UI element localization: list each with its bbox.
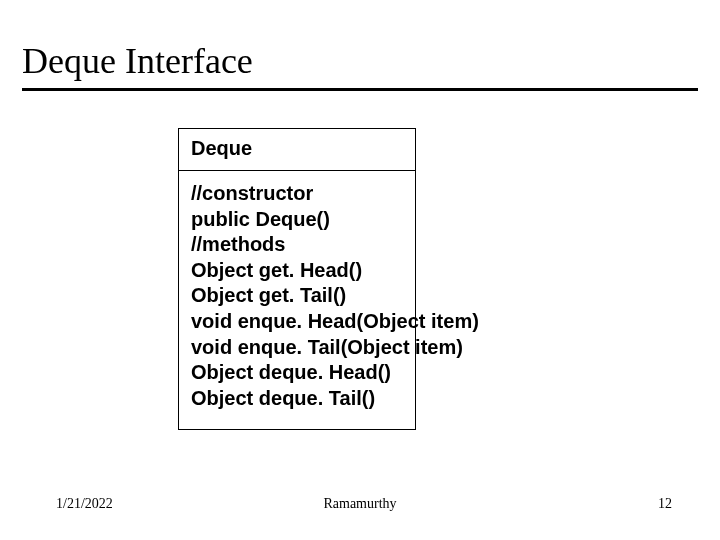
class-name: Deque (179, 129, 415, 171)
code-line: public Deque() (191, 207, 403, 233)
page-title: Deque Interface (22, 42, 698, 82)
title-block: Deque Interface (22, 42, 698, 91)
code-line: //methods (191, 232, 403, 258)
title-underline (22, 88, 698, 91)
footer-author: Ramamurthy (0, 496, 720, 512)
code-line: Object deque. Tail() (191, 386, 403, 412)
code-line: Object get. Head() (191, 258, 403, 284)
slide: Deque Interface Deque //constructor publ… (0, 0, 720, 540)
code-line: Object get. Tail() (191, 283, 403, 309)
class-diagram: Deque //constructor public Deque() //met… (178, 128, 416, 430)
code-line: //constructor (191, 181, 403, 207)
code-line: void enque. Head(Object item) (191, 309, 403, 335)
footer: 1/21/2022 Ramamurthy 12 (0, 492, 720, 512)
class-body: //constructor public Deque() //methods O… (179, 171, 415, 429)
code-line: Object deque. Head() (191, 360, 403, 386)
code-line: void enque. Tail(Object item) (191, 335, 403, 361)
footer-page-number: 12 (658, 496, 672, 512)
